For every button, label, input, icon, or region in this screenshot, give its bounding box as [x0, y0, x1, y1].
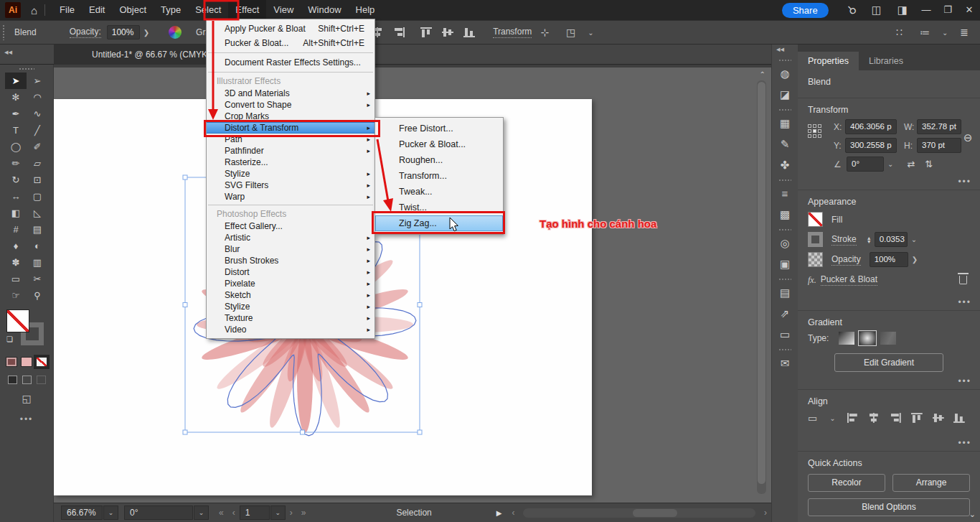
menu-item-pixelate[interactable]: Pixelate▸ — [207, 278, 374, 289]
menu-edit[interactable]: Edit — [82, 0, 112, 20]
flip-horizontal-icon[interactable]: ⇄ — [907, 159, 915, 169]
hand-tool[interactable]: ☞ — [5, 287, 27, 304]
panel-group-grip[interactable] — [778, 228, 791, 232]
share-button[interactable]: Share — [782, 3, 829, 18]
last-artboard-icon[interactable]: » — [301, 508, 306, 518]
align-to-selection-icon[interactable]: ▭ — [808, 412, 817, 424]
reference-point-grid[interactable] — [808, 124, 821, 138]
pen-tool[interactable]: ✒ — [5, 106, 27, 122]
flip-vertical-icon[interactable]: ⇅ — [925, 159, 933, 169]
magic-wand-tool[interactable]: ✻ — [5, 89, 27, 106]
y-input[interactable]: 300.2558 p — [845, 138, 897, 153]
paintbrush-tool[interactable]: ✐ — [27, 139, 48, 155]
edit-gradient-button[interactable]: Edit Gradient — [834, 353, 943, 372]
transform-link[interactable]: Transform — [493, 27, 532, 38]
color-wheel-icon[interactable] — [169, 26, 182, 39]
x-input[interactable]: 406.3056 p — [845, 119, 897, 134]
menu-item-brush-strokes[interactable]: Brush Strokes▸ — [207, 255, 374, 266]
next-artboard-icon[interactable]: › — [290, 508, 293, 518]
panel-align-left-icon[interactable] — [847, 412, 859, 424]
preferences-icon[interactable]: ≔ — [920, 27, 930, 38]
artboard-number-field[interactable]: 1 — [240, 505, 270, 520]
panel-scroll-down-icon[interactable]: ⌄ — [969, 510, 976, 519]
tab-libraries[interactable]: Libraries — [859, 52, 913, 70]
transparency-panel-icon[interactable]: ▩ — [772, 204, 798, 225]
align-top-icon[interactable] — [420, 27, 433, 38]
opacity-label[interactable]: Opacity: — [70, 27, 101, 38]
zoom-tool[interactable]: ⚲ — [27, 287, 48, 304]
align-more-options[interactable]: ••• — [958, 438, 971, 448]
menu-help[interactable]: Help — [349, 0, 382, 20]
collapse-panels-icon[interactable]: ◂◂ — [4, 47, 12, 57]
type-tool[interactable]: T — [5, 122, 27, 139]
menu-object[interactable]: Object — [112, 0, 154, 20]
panel-group-grip[interactable] — [778, 108, 791, 112]
panel-align-center-horizontal-icon[interactable] — [867, 412, 880, 424]
submenu-item-free-distort[interactable]: Free Distort... — [375, 121, 503, 136]
home-icon[interactable]: ⌂ — [31, 4, 37, 17]
stroke-weight-input[interactable]: 0.0353 — [875, 232, 908, 247]
rotation-select[interactable]: 0° — [847, 157, 884, 172]
fill-label[interactable]: Fill — [831, 215, 842, 225]
radial-gradient-swatch[interactable] — [859, 332, 875, 345]
app-icon[interactable]: Ai — [5, 2, 21, 18]
menu-item-crop-marks[interactable]: Crop Marks — [207, 111, 374, 122]
selection-tool[interactable]: ➤ — [5, 73, 27, 89]
first-artboard-icon[interactable]: « — [219, 508, 224, 518]
slice-tool[interactable]: ✂ — [27, 271, 48, 287]
menu-item-svg-filters[interactable]: SVG Filters▸ — [207, 180, 374, 191]
menu-item-effect-gallery[interactable]: Effect Gallery... — [207, 220, 374, 232]
align-right-icon[interactable] — [392, 27, 405, 38]
appearance-more-options[interactable]: ••• — [958, 297, 971, 307]
rotation-chevron-icon[interactable]: ⌄ — [884, 160, 897, 168]
document-setup-icon[interactable]: ∷ — [896, 27, 903, 38]
submenu-item-zig-zag[interactable]: Zig Zag... — [375, 215, 503, 231]
control-bar-grip[interactable] — [2, 24, 6, 40]
menu-effect[interactable]: Effect — [228, 0, 266, 20]
artboards-panel-icon[interactable]: ▭ — [772, 324, 798, 345]
blend-options-button[interactable]: Blend Options — [808, 498, 970, 516]
appearance-opacity-chevron-icon[interactable]: ❯ — [908, 256, 921, 264]
scroll-right-icon[interactable]: › — [764, 508, 767, 518]
shear-tool-icon[interactable]: ◳ — [566, 27, 575, 38]
vertical-scrollbar[interactable] — [757, 80, 766, 494]
curvature-tool[interactable]: ∿ — [27, 106, 48, 122]
horizontal-scrollbar[interactable] — [523, 508, 755, 518]
arrange-button[interactable]: Arrange — [892, 474, 970, 492]
stroke-color-swatch[interactable] — [808, 232, 823, 247]
direct-selection-tool[interactable]: ➢ — [27, 73, 48, 89]
transform-more-options[interactable]: ••• — [958, 177, 971, 187]
scale-tool[interactable]: ⊡ — [27, 172, 48, 188]
submenu-item-pucker-bloat[interactable]: Pucker & Bloat... — [375, 136, 503, 152]
h-input[interactable]: 370 pt — [917, 138, 961, 153]
panel-group-grip[interactable] — [778, 348, 791, 352]
menu-item-rasterize[interactable]: Rasterize... — [207, 157, 374, 168]
stroke-weight-chevron-icon[interactable]: ⌄ — [908, 236, 920, 243]
selection-handle[interactable] — [301, 430, 305, 434]
none-mode-button[interactable] — [36, 357, 47, 367]
zoom-level-field[interactable]: 66.67% — [61, 505, 103, 520]
menu-item-artistic[interactable]: Artistic▸ — [207, 232, 374, 243]
linear-gradient-swatch[interactable] — [839, 332, 854, 345]
screen-mode-icon[interactable]: ◱ — [0, 393, 53, 404]
ellipse-tool[interactable]: ◯ — [5, 139, 27, 155]
line-segment-tool[interactable]: ╱ — [27, 122, 48, 139]
menu-select[interactable]: Select — [188, 0, 228, 20]
search-icon[interactable]: ⚲ — [844, 3, 859, 18]
menu-item-pathfinder[interactable]: Pathfinder▸ — [207, 145, 374, 157]
menu-item-warp[interactable]: Warp▸ — [207, 191, 374, 202]
applied-effect-link[interactable]: Pucker & Bloat — [821, 274, 877, 286]
gradient-panel-icon[interactable]: ◪ — [772, 84, 798, 105]
width-tool[interactable]: ↔ — [5, 188, 27, 205]
menu-item-video[interactable]: Video▸ — [207, 324, 374, 335]
stroke-panel-icon[interactable]: ≡ — [772, 183, 798, 204]
w-input[interactable]: 352.78 pt — [917, 119, 961, 134]
workspace-chevron-icon[interactable]: ⌄ — [938, 29, 951, 37]
close-button[interactable]: ✕ — [958, 0, 980, 20]
expand-dock-icon[interactable]: ◂◂ — [772, 45, 798, 55]
free-transform-tool[interactable]: ▢ — [27, 188, 48, 205]
gradient-more-options[interactable]: ••• — [958, 376, 971, 386]
status-play-icon[interactable]: ▶ — [496, 509, 502, 517]
menu-file[interactable]: File — [52, 0, 82, 20]
gradient-tool[interactable]: ▤ — [27, 221, 48, 238]
